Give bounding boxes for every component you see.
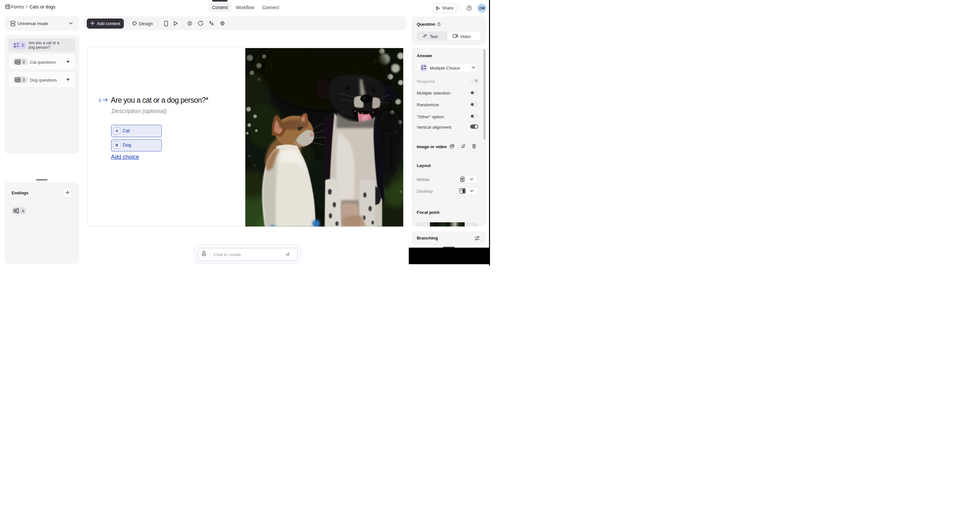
- svg-text:B: B: [14, 45, 16, 48]
- svg-text:B: B: [422, 67, 423, 70]
